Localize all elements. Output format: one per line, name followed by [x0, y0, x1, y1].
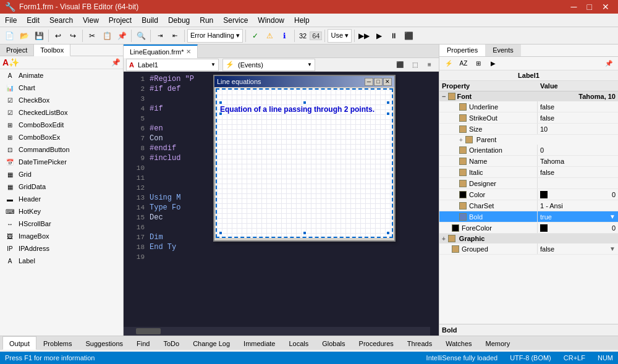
menu-item-project[interactable]: Project — [104, 14, 137, 27]
props-btn3[interactable]: ⊞ — [472, 57, 485, 70]
properties-tab[interactable]: Properties — [439, 44, 485, 56]
outdent-button[interactable]: ⇤ — [168, 29, 182, 43]
bottom-tab-immediate[interactable]: Immediate — [237, 336, 282, 350]
orientation-val[interactable]: 0 — [538, 145, 618, 155]
menu-item-file[interactable]: File — [0, 14, 22, 27]
menu-item-debug[interactable]: Debug — [163, 14, 195, 27]
underline-val[interactable]: false — [538, 101, 618, 112]
use-dropdown[interactable]: Use ▾ — [328, 29, 352, 43]
maximize-button[interactable]: □ — [583, 0, 596, 14]
pause-button[interactable]: ⏸ — [387, 29, 400, 43]
grouped-dropdown-icon[interactable]: ▼ — [609, 245, 616, 252]
step-button[interactable]: ▶ — [372, 29, 386, 43]
h-scroll-thumb[interactable] — [136, 328, 161, 334]
toolbox-item-hotkey[interactable]: ⌨HotKey — [0, 205, 123, 218]
bottom-tab-memory[interactable]: Memory — [479, 336, 517, 350]
bold-val[interactable]: true ▼ — [538, 211, 618, 222]
redo-button[interactable]: ↪ — [66, 29, 80, 43]
editor-tab-lineequation[interactable]: LineEquation.frm* ✕ — [124, 44, 198, 58]
toolbox-item-grid[interactable]: ▦Grid — [0, 168, 123, 180]
charset-val[interactable]: 1 - Ansi — [538, 200, 618, 211]
check-button[interactable]: ✓ — [248, 29, 262, 43]
handle-bm[interactable] — [303, 231, 307, 235]
run-button[interactable]: ▶▶ — [357, 29, 371, 43]
bottom-tab-watches[interactable]: Watches — [439, 336, 478, 350]
handle-tr[interactable] — [386, 101, 390, 104]
view-btn1[interactable]: ⬛ — [393, 58, 407, 72]
toolbox-item-comboboxedit[interactable]: ⊞ComboBoxEdit — [0, 119, 123, 131]
toolbox-item-commandbutton[interactable]: ⊡CommandButton — [0, 143, 123, 156]
form-close-button[interactable]: ✕ — [383, 78, 392, 86]
search-button[interactable]: 🔍 — [134, 29, 148, 43]
form-maximize-button[interactable]: □ — [374, 78, 383, 86]
grouped-val[interactable]: false ▼ — [538, 243, 618, 254]
size-val[interactable]: 10 — [538, 124, 618, 134]
events-dropdown[interactable]: ⚡ (Events) ▼ — [222, 59, 315, 71]
italic-val[interactable]: false — [538, 167, 618, 177]
toolbox-item-griddata[interactable]: ▦GridData — [0, 180, 123, 193]
copy-button[interactable]: 📋 — [100, 29, 114, 43]
parent-group[interactable]: + Parent — [439, 135, 618, 145]
name-val[interactable]: Tahoma — [538, 156, 618, 166]
designer-val[interactable] — [538, 178, 618, 188]
handle-br[interactable] — [386, 231, 390, 235]
toolbox-item-comboboxex[interactable]: ⊞ComboBoxEx — [0, 131, 123, 143]
toolbox-item-imagebox[interactable]: 🖼ImageBox — [0, 230, 123, 242]
toolbox-pin-icon[interactable]: 📌 — [111, 58, 121, 67]
toolbox-item-animate[interactable]: AAnimate — [0, 69, 123, 82]
menu-item-view[interactable]: View — [78, 14, 104, 27]
handle-bl[interactable] — [219, 231, 222, 235]
menu-item-edit[interactable]: Edit — [22, 14, 44, 27]
bottom-tab-find[interactable]: Find — [130, 336, 156, 350]
toolbox-item-ipaddress[interactable]: IPIPAddress — [0, 242, 123, 255]
toolbox-item-hscrollbar[interactable]: ↔HScrollBar — [0, 218, 123, 230]
toolbox-tab[interactable]: Toolbox — [34, 44, 70, 56]
warning-button[interactable]: ⚠ — [263, 29, 277, 43]
menu-item-window[interactable]: Window — [253, 14, 289, 27]
toolbox-item-checkbox[interactable]: ☑CheckBox — [0, 94, 123, 106]
stop-button[interactable]: ⬛ — [402, 29, 415, 43]
h-scrollbar[interactable] — [124, 327, 430, 336]
label-element[interactable]: Equation of a line passing through 2 poi… — [220, 105, 389, 114]
form-minimize-button[interactable]: ─ — [365, 78, 373, 86]
view-btn3[interactable]: ≡ — [423, 58, 436, 72]
events-tab[interactable]: Events — [485, 44, 521, 56]
error-handling-dropdown[interactable]: Error Handling ▾ — [187, 29, 243, 43]
bold-dropdown-icon[interactable]: ▼ — [609, 213, 616, 220]
props-cat-button[interactable]: ⚡ — [442, 57, 455, 70]
toolbox-item-datetimepicker[interactable]: 📅DateTimePicker — [0, 156, 123, 168]
toolbox-item-label[interactable]: ALabel — [0, 255, 123, 267]
toolbox-item-chart[interactable]: 📊Chart — [0, 82, 123, 94]
color-val[interactable]: 0 — [538, 189, 618, 200]
bottom-tab-procedures[interactable]: Procedures — [352, 336, 400, 350]
handle-tl[interactable] — [219, 101, 222, 104]
props-btn4[interactable]: ▶ — [486, 57, 500, 70]
menu-item-service[interactable]: Service — [218, 14, 253, 27]
menu-item-build[interactable]: Build — [137, 14, 163, 27]
paste-button[interactable]: 📌 — [115, 29, 129, 43]
bottom-tab-problems[interactable]: Problems — [36, 336, 78, 350]
component-dropdown[interactable]: A Label1 ▼ — [126, 59, 219, 71]
bottom-tab-suggestions[interactable]: Suggestions — [79, 336, 130, 350]
undo-button[interactable]: ↩ — [51, 29, 65, 43]
tab-close-button[interactable]: ✕ — [186, 48, 191, 55]
toolbox-item-checkedlistbox[interactable]: ☑CheckedListBox — [0, 106, 123, 119]
project-tab[interactable]: Project — [0, 44, 34, 56]
menu-item-search[interactable]: Search — [44, 14, 78, 27]
cut-button[interactable]: ✂ — [85, 29, 99, 43]
bottom-tab-globals[interactable]: Globals — [315, 336, 352, 350]
bottom-tab-output[interactable]: Output — [2, 336, 36, 350]
indent-button[interactable]: ⇥ — [153, 29, 167, 43]
strikeout-val[interactable]: false — [538, 112, 618, 123]
menu-item-help[interactable]: Help — [289, 14, 315, 27]
toolbox-item-header[interactable]: ▬Header — [0, 193, 123, 205]
bottom-tab-todo[interactable]: ToDo — [156, 336, 186, 350]
graphic-group[interactable]: + Graphic — [439, 234, 618, 243]
new-button[interactable]: 📄 — [2, 29, 16, 43]
menu-item-run[interactable]: Run — [195, 14, 218, 27]
close-button[interactable]: ✕ — [598, 0, 613, 14]
bottom-tab-threads[interactable]: Threads — [400, 336, 439, 350]
font-group[interactable]: − Font Tahoma, 10 — [439, 91, 618, 101]
view-btn2[interactable]: ⬚ — [408, 58, 421, 72]
forecolor-val[interactable]: 0 — [538, 222, 618, 233]
